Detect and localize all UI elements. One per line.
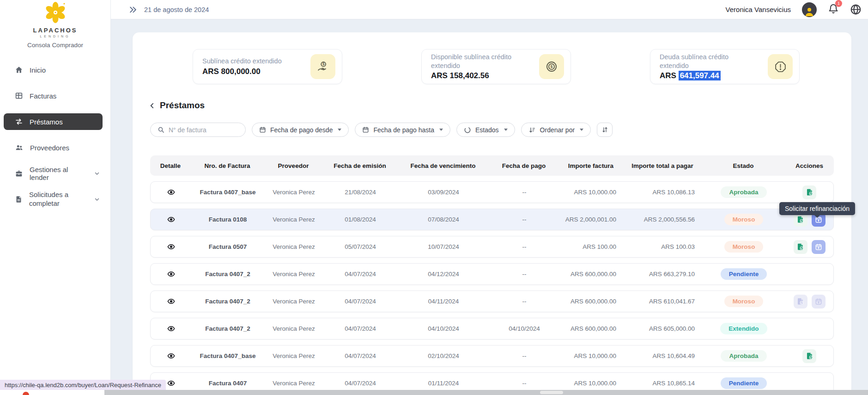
table-row[interactable]: Factura 0407_2 Veronica Perez 04/07/2024… (150, 290, 834, 312)
cell-total: ARS 10,604.49 (624, 346, 702, 366)
avatar[interactable] (802, 2, 817, 17)
cell-actions (785, 291, 833, 312)
cell-invoice: Factura 0507 (191, 236, 264, 257)
main-area: 21 de agosto de 2024 Veronica Vanseviciu… (111, 0, 868, 395)
cell-issue-date: 05/07/2024 (323, 236, 397, 257)
view-detail-button[interactable] (167, 270, 175, 278)
loan-document-button[interactable] (802, 349, 816, 363)
column-header: Fecha de pago (489, 155, 558, 176)
card-label: Disponible sublínea crédito extendido (431, 53, 528, 69)
table-row[interactable]: Factura 0108 Veronica Perez 01/08/2024 0… (150, 209, 834, 230)
eye-icon (167, 379, 175, 387)
invoices-table-icon (15, 92, 23, 100)
card-disponible-sublinea: Disponible sublínea crédito extendido AR… (421, 49, 571, 84)
card-label: Sublínea crédito extendido (202, 57, 282, 65)
eye-icon (167, 297, 175, 305)
status-badge: Aprobada (721, 186, 766, 198)
search-input[interactable] (169, 126, 238, 134)
sidebar-item-solicitudes[interactable]: Solicitudes a completar (4, 191, 100, 208)
toggle-sort-direction-button[interactable] (597, 123, 613, 137)
sidebar-item-label: Solicitudes a completar (29, 191, 87, 208)
view-detail-button[interactable] (167, 297, 175, 305)
card-value-prefix: ARS (660, 71, 679, 80)
loan-document-button[interactable] (794, 295, 807, 309)
order-by-filter[interactable]: Ordenar por (521, 123, 591, 137)
cell-amount: ARS 10,000.00 (559, 346, 624, 366)
table-row[interactable]: Factura 0407_base Veronica Perez 04/07/2… (150, 345, 834, 367)
content: Sublínea crédito extendido ARS 800,000.0… (111, 19, 868, 395)
request-refinance-button[interactable] (812, 295, 826, 309)
card-value: ARS 800,000.00 (202, 67, 282, 76)
user-name: Veronica Vansevicius (726, 6, 791, 13)
sidebar-item-inicio[interactable]: Inicio (4, 62, 100, 78)
view-detail-button[interactable] (167, 325, 175, 333)
table-row[interactable]: Factura 0507 Veronica Perez 05/07/2024 1… (150, 236, 834, 258)
cell-issue-date: 04/07/2024 (323, 291, 397, 312)
cell-due-date: 02/10/2024 (397, 346, 490, 366)
column-header: Proveedor (264, 155, 323, 176)
statusbar-url: https://chile-qa.lend2b.com/buyer/Loan/R… (0, 380, 166, 390)
table-body: Factura 0407_base Veronica Perez 21/08/2… (150, 181, 834, 394)
expand-sidebar-icon[interactable] (128, 5, 138, 14)
card-deuda-sublinea: Deuda sublínea crédito extendido ARS 641… (650, 49, 800, 84)
status-ring-icon (464, 126, 471, 134)
invoice-search[interactable] (150, 123, 246, 137)
view-detail-button[interactable] (167, 216, 175, 223)
sidebar-item-gestiones[interactable]: Gestiones al lender (4, 165, 100, 182)
sidebar-item-label: Préstamos (30, 118, 63, 126)
back-button[interactable] (148, 102, 156, 110)
calendar-plus-icon (815, 243, 822, 251)
cell-pay-date: 04/10/2024 (490, 318, 559, 339)
sidebar-item-label: Gestiones al lender (30, 166, 87, 181)
cell-due-date: 04/10/2024 (397, 318, 490, 339)
states-filter[interactable]: Estados (456, 123, 515, 137)
view-detail-button[interactable] (167, 243, 175, 251)
request-refinance-button[interactable] (812, 240, 826, 254)
loan-document-button[interactable] (802, 185, 816, 199)
cell-due-date: 03/09/2024 (397, 182, 490, 203)
eye-icon (167, 216, 175, 223)
date-to-filter[interactable]: Fecha de pago hasta (355, 123, 450, 137)
loan-document-check-icon (806, 188, 813, 196)
sidebar-item-prestamos[interactable]: Préstamos (4, 113, 103, 130)
card-sublinea-credito: Sublínea crédito extendido ARS 800,000.0… (193, 49, 342, 84)
calendar-plus-icon (815, 298, 822, 305)
sidebar: LAPACHOS LENDING Consola Comprador Inici… (0, 0, 111, 395)
language-globe-button[interactable] (850, 4, 862, 15)
cell-provider: Veronica Perez (264, 209, 323, 230)
cell-issue-date: 01/08/2024 (323, 209, 397, 230)
cell-issue-date: 21/08/2024 (323, 182, 397, 203)
cell-actions (785, 182, 833, 203)
scrollbar-thumb[interactable] (540, 391, 563, 394)
cell-issue-date: 04/07/2024 (323, 346, 397, 366)
horizontal-scrollbar[interactable] (104, 390, 868, 395)
sidebar-item-proveedores[interactable]: Proveedores (4, 139, 100, 156)
notifications-button[interactable]: 1 (828, 3, 839, 16)
cell-invoice: Factura 0407_base (191, 182, 264, 203)
column-header: Fecha de emisión (323, 155, 397, 176)
eye-icon (167, 352, 175, 360)
column-header: Acciones (785, 155, 834, 176)
cell-due-date: 07/08/2024 (397, 209, 490, 230)
date-from-filter[interactable]: Fecha de pago desde (252, 123, 349, 137)
table-row[interactable]: Factura 0407_2 Veronica Perez 04/07/2024… (150, 318, 834, 339)
table-row[interactable]: Factura 0407_2 Veronica Perez 04/07/2024… (150, 263, 834, 285)
loans-table: Detalle Nro. de Factura Proveedor Fecha … (150, 155, 834, 394)
filter-label: Fecha de pago desde (270, 126, 333, 134)
view-detail-button[interactable] (167, 379, 175, 387)
view-detail-button[interactable] (167, 352, 175, 360)
cell-provider: Veronica Perez (264, 264, 323, 284)
calendar-icon (362, 126, 369, 133)
view-detail-button[interactable] (167, 188, 175, 196)
filter-label: Estados (475, 126, 499, 134)
loan-document-button[interactable] (794, 240, 807, 254)
cell-invoice: Factura 0407_2 (191, 264, 264, 284)
cell-total: ARS 2,000,556.56 (624, 209, 702, 230)
cell-actions (785, 318, 833, 339)
calendar-icon (259, 126, 266, 133)
table-row[interactable]: Factura 0407_base Veronica Perez 21/08/2… (150, 181, 834, 203)
card-label: Deuda sublínea crédito extendido (660, 53, 757, 69)
record-indicator (23, 392, 29, 395)
sidebar-item-facturas[interactable]: Facturas (4, 87, 100, 104)
page-title: Préstamos (160, 100, 205, 111)
